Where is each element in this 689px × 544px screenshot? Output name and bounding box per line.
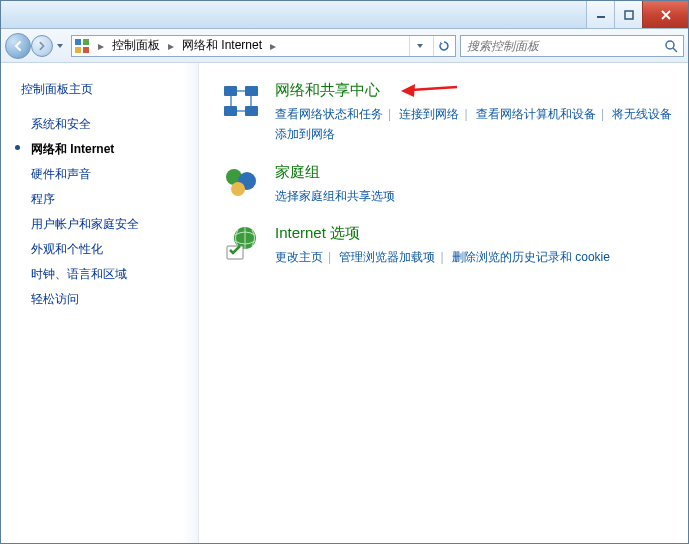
category-title[interactable]: 网络和共享中心 (275, 81, 674, 100)
link-delete-history[interactable]: 删除浏览的历史记录和 cookie (452, 250, 610, 264)
network-sharing-icon (221, 81, 261, 121)
breadcrumb-item[interactable]: 网络和 Internet (182, 37, 262, 54)
homegroup-icon (221, 163, 261, 203)
sidebar-item-system-security[interactable]: 系统和安全 (21, 112, 190, 137)
category-links: 查看网络状态和任务| 连接到网络| 查看网络计算机和设备| 将无线设备添加到网络 (275, 104, 674, 145)
link-manage-addons[interactable]: 管理浏览器加载项 (339, 250, 435, 264)
category-links: 更改主页| 管理浏览器加载项| 删除浏览的历史记录和 cookie (275, 247, 674, 267)
link-select-homegroup[interactable]: 选择家庭组和共享选项 (275, 189, 395, 203)
link-connect-network[interactable]: 连接到网络 (399, 107, 459, 121)
svg-rect-8 (224, 86, 237, 96)
sidebar-title[interactable]: 控制面板主页 (21, 81, 190, 98)
search-icon[interactable] (663, 38, 679, 54)
sidebar-item-clock-region[interactable]: 时钟、语言和区域 (21, 262, 190, 287)
sidebar-item-ease-of-access[interactable]: 轻松访问 (21, 287, 190, 312)
breadcrumb-item[interactable]: 控制面板 (112, 37, 160, 54)
nav-history-dropdown[interactable] (53, 42, 67, 50)
svg-rect-10 (224, 106, 237, 116)
svg-rect-0 (597, 16, 605, 18)
minimize-button[interactable] (586, 1, 614, 28)
svg-line-7 (673, 48, 677, 52)
chevron-right-icon: ▸ (94, 39, 108, 53)
content-pane: 网络和共享中心 查看网络状态和任务| 连接到网络| 查看网络计算机和设备| 将无… (199, 63, 688, 543)
chevron-right-icon: ▸ (266, 39, 280, 53)
sidebar-item-network-internet[interactable]: 网络和 Internet (21, 137, 190, 162)
category-links: 选择家庭组和共享选项 (275, 186, 674, 206)
sidebar-item-programs[interactable]: 程序 (21, 187, 190, 212)
sidebar-item-appearance[interactable]: 外观和个性化 (21, 237, 190, 262)
nav-buttons (5, 33, 67, 59)
link-change-homepage[interactable]: 更改主页 (275, 250, 323, 264)
address-dropdown[interactable] (409, 36, 429, 56)
svg-point-14 (231, 182, 245, 196)
category-homegroup: 家庭组 选择家庭组和共享选项 (221, 163, 674, 206)
svg-rect-11 (245, 106, 258, 116)
svg-point-6 (666, 41, 674, 49)
svg-rect-2 (75, 39, 81, 45)
category-network-sharing: 网络和共享中心 查看网络状态和任务| 连接到网络| 查看网络计算机和设备| 将无… (221, 81, 674, 145)
maximize-button[interactable] (614, 1, 642, 28)
svg-rect-5 (83, 47, 89, 53)
address-bar[interactable]: ▸ 控制面板 ▸ 网络和 Internet ▸ (71, 35, 456, 57)
refresh-button[interactable] (433, 36, 453, 56)
control-panel-window: ▸ 控制面板 ▸ 网络和 Internet ▸ 控制面板主页 系统和安全 网络 (0, 0, 689, 544)
sidebar: 控制面板主页 系统和安全 网络和 Internet 硬件和声音 程序 用户帐户和… (1, 63, 199, 543)
internet-options-icon (221, 224, 261, 264)
svg-rect-3 (83, 39, 89, 45)
svg-rect-9 (245, 86, 258, 96)
chevron-right-icon: ▸ (164, 39, 178, 53)
link-view-status[interactable]: 查看网络状态和任务 (275, 107, 383, 121)
category-title[interactable]: 家庭组 (275, 163, 674, 182)
back-button[interactable] (5, 33, 31, 59)
titlebar (1, 1, 688, 29)
body-area: 控制面板主页 系统和安全 网络和 Internet 硬件和声音 程序 用户帐户和… (1, 63, 688, 543)
search-input[interactable] (465, 38, 663, 54)
navbar: ▸ 控制面板 ▸ 网络和 Internet ▸ (1, 29, 688, 63)
sidebar-item-hardware-sound[interactable]: 硬件和声音 (21, 162, 190, 187)
control-panel-icon (74, 38, 90, 54)
forward-button[interactable] (31, 35, 53, 57)
category-internet-options: Internet 选项 更改主页| 管理浏览器加载项| 删除浏览的历史记录和 c… (221, 224, 674, 267)
svg-rect-4 (75, 47, 81, 53)
link-view-devices[interactable]: 查看网络计算机和设备 (476, 107, 596, 121)
close-button[interactable] (642, 1, 688, 28)
svg-rect-1 (625, 11, 633, 19)
category-title[interactable]: Internet 选项 (275, 224, 674, 243)
sidebar-item-user-accounts[interactable]: 用户帐户和家庭安全 (21, 212, 190, 237)
search-box[interactable] (460, 35, 684, 57)
